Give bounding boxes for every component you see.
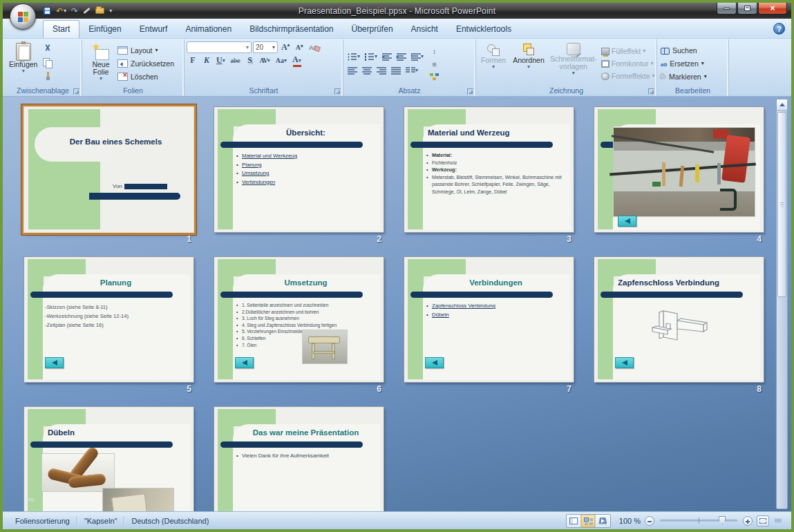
reset-button[interactable]: Zurücksetzen bbox=[117, 58, 174, 70]
scrollbar-thumb[interactable] bbox=[777, 112, 786, 297]
align-left-button[interactable] bbox=[346, 65, 359, 77]
qat-customize-button[interactable] bbox=[109, 8, 112, 14]
text-shadow-button[interactable]: S bbox=[244, 55, 256, 66]
slide-thumbnail[interactable]: Der Bau eines SchemelsVon bbox=[24, 107, 193, 232]
italic-button[interactable]: K bbox=[200, 55, 213, 66]
tab-ansicht[interactable]: Ansicht bbox=[402, 21, 447, 38]
zoom-slider[interactable] bbox=[660, 520, 737, 522]
font-size-select[interactable]: 20 bbox=[253, 41, 278, 53]
slide-thumbnail[interactable]: Umsetzung1. Seitenteile anzeichnen und z… bbox=[214, 257, 384, 382]
save-button[interactable] bbox=[43, 7, 51, 15]
bullet-link[interactable]: Zapfenschloss Verbindung bbox=[432, 303, 495, 309]
clear-formatting-button[interactable] bbox=[307, 41, 322, 53]
normal-view-button[interactable] bbox=[567, 515, 581, 527]
fit-to-window-button[interactable] bbox=[757, 515, 769, 526]
help-icon[interactable]: ? bbox=[773, 23, 785, 35]
shrink-font-button[interactable]: A bbox=[293, 41, 305, 53]
increase-indent-button[interactable] bbox=[395, 51, 408, 63]
language-status[interactable]: Deutsch (Deutschland) bbox=[124, 517, 216, 525]
dialog-launcher-icon[interactable] bbox=[648, 88, 654, 95]
dialog-launcher-icon[interactable] bbox=[467, 88, 473, 95]
open-folder-button[interactable] bbox=[95, 8, 104, 14]
tab-start[interactable]: Start bbox=[43, 20, 79, 38]
tab-einfuegen[interactable]: Einfügen bbox=[79, 21, 130, 38]
zoom-level[interactable]: 100 % bbox=[619, 517, 641, 525]
text-direction-button[interactable] bbox=[428, 45, 441, 57]
bullet-link[interactable]: Umsetzung bbox=[242, 170, 269, 176]
bullet-link[interactable]: Planung bbox=[242, 162, 262, 168]
font-color-button[interactable]: A bbox=[290, 55, 303, 66]
arrange-button[interactable]: Anordnen bbox=[510, 41, 547, 86]
font-name-select[interactable] bbox=[187, 41, 252, 53]
bullet-link[interactable]: Dübeln bbox=[432, 312, 449, 318]
slide-thumbnail[interactable] bbox=[594, 107, 764, 232]
paste-button[interactable]: Einfügen bbox=[6, 41, 40, 86]
slide-thumbnail[interactable]: Planung-Skizzen (siehe Seite 8-11)-Werkz… bbox=[24, 257, 193, 382]
quick-styles-button[interactable]: Schnellformat-vorlagen bbox=[549, 41, 598, 86]
office-button[interactable] bbox=[10, 3, 36, 30]
scroll-up-button[interactable] bbox=[777, 99, 787, 111]
back-button[interactable] bbox=[425, 357, 444, 368]
redo-button[interactable]: ↷ bbox=[71, 7, 78, 15]
close-button[interactable]: × bbox=[758, 3, 787, 15]
slide-thumbnail[interactable]: Zapfenschloss Verbindung bbox=[594, 257, 764, 382]
view-mode-status[interactable]: Foliensortierung bbox=[8, 517, 77, 525]
back-button[interactable] bbox=[235, 357, 254, 368]
layout-button[interactable]: Layout bbox=[117, 45, 174, 57]
tab-animationen[interactable]: Animationen bbox=[176, 21, 240, 38]
vertical-scrollbar[interactable] bbox=[776, 99, 788, 509]
align-text-button[interactable] bbox=[428, 58, 441, 70]
align-right-button[interactable] bbox=[375, 65, 388, 77]
back-button[interactable] bbox=[618, 216, 636, 227]
bold-button[interactable]: F bbox=[187, 55, 199, 66]
new-slide-button[interactable]: Neue Folie bbox=[84, 41, 117, 86]
slide-sorter-view-button[interactable] bbox=[581, 515, 596, 527]
format-painter-button[interactable] bbox=[41, 70, 54, 82]
slideshow-view-button[interactable] bbox=[596, 515, 610, 527]
slide-thumbnail[interactable]: Material und WerzeugMaterial:Fichtenholz… bbox=[404, 107, 574, 232]
copy-button[interactable] bbox=[41, 57, 54, 68]
decrease-indent-button[interactable] bbox=[380, 51, 394, 63]
underline-button[interactable]: U bbox=[214, 55, 227, 66]
shape-fill-button[interactable]: Fülleffekt bbox=[601, 46, 655, 57]
tab-entwurf[interactable]: Entwurf bbox=[131, 21, 177, 38]
shapes-button[interactable]: Formen bbox=[478, 41, 509, 86]
find-button[interactable]: Suchen bbox=[661, 45, 725, 56]
justify-button[interactable] bbox=[389, 65, 403, 77]
minimize-button[interactable] bbox=[717, 3, 737, 15]
tab-ueberpruefen[interactable]: Überprüfen bbox=[343, 21, 402, 38]
bullet-link[interactable]: Verbindungen bbox=[242, 179, 275, 185]
numbering-button[interactable] bbox=[363, 51, 379, 63]
dialog-launcher-icon[interactable] bbox=[73, 88, 79, 95]
select-button[interactable]: Markieren bbox=[661, 71, 725, 82]
slide-sorter-workspace[interactable]: Der Bau eines SchemelsVon1Übersicht:Mate… bbox=[3, 97, 791, 511]
character-spacing-button[interactable]: AV bbox=[258, 55, 272, 66]
replace-button[interactable]: Ersetzen bbox=[661, 58, 725, 69]
slide-thumbnail[interactable]: Das war meine PräsentationVielen Dank fü… bbox=[214, 407, 384, 511]
change-case-button[interactable]: Aa bbox=[274, 55, 289, 66]
back-button[interactable] bbox=[45, 357, 64, 368]
restore-button[interactable] bbox=[737, 3, 757, 15]
cut-button[interactable] bbox=[41, 43, 54, 55]
shape-effects-button[interactable]: Formeffekte bbox=[601, 71, 655, 82]
slide-thumbnail[interactable]: Übersicht:Material und WerkzeugPlanungUm… bbox=[214, 107, 384, 232]
tab-entwicklertools[interactable]: Entwicklertools bbox=[447, 21, 520, 38]
slide-thumbnail[interactable]: VerbindungenZapfenschloss VerbindungDübe… bbox=[404, 257, 574, 382]
columns-button[interactable] bbox=[404, 65, 420, 77]
tab-bildschirmpraesentation[interactable]: Bildschirmpräsentation bbox=[240, 21, 342, 38]
convert-smartart-button[interactable] bbox=[428, 71, 441, 83]
back-button[interactable] bbox=[615, 357, 634, 368]
dialog-launcher-icon[interactable] bbox=[334, 88, 341, 95]
design-name-status[interactable]: "Kapseln" bbox=[77, 517, 124, 525]
line-spacing-button[interactable] bbox=[409, 51, 426, 63]
strikethrough-button[interactable]: abe bbox=[229, 55, 243, 66]
delete-button[interactable]: Löschen bbox=[117, 71, 174, 83]
slide-thumbnail[interactable]: Dübelnbbp bbox=[24, 407, 193, 511]
bullets-button[interactable] bbox=[346, 51, 362, 63]
zoom-slider-thumb[interactable] bbox=[719, 516, 726, 524]
undo-button[interactable]: ↶ bbox=[56, 7, 66, 15]
grow-font-button[interactable]: A bbox=[279, 41, 292, 53]
align-center-button[interactable] bbox=[360, 65, 374, 77]
zoom-out-button[interactable] bbox=[645, 516, 654, 526]
bullet-link[interactable]: Material und Werkzeug bbox=[242, 153, 297, 159]
